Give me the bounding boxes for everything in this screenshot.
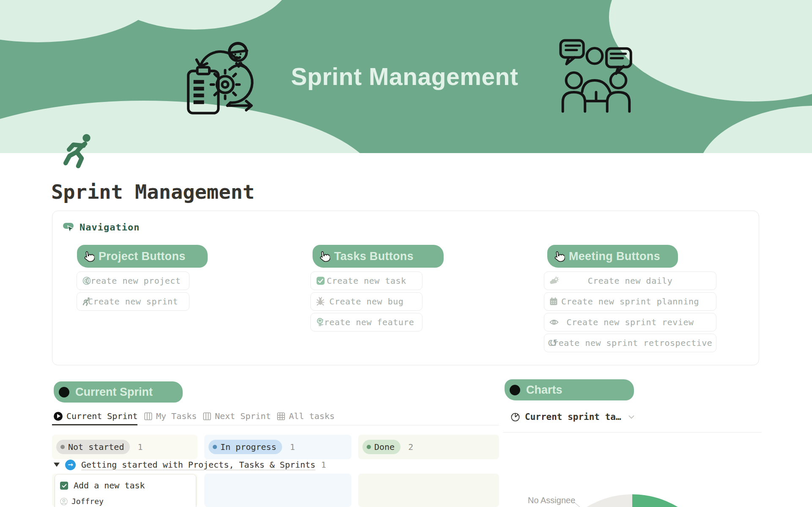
task-checkbox[interactable] — [60, 482, 68, 490]
board-column-in-progress: In progress 1 — [204, 435, 351, 459]
tab-next-sprint[interactable]: Next Sprint — [203, 411, 271, 421]
status-dot — [367, 445, 371, 449]
sprint-management-page: Sprint Management Sprint Management — [0, 0, 812, 507]
cursor-click-icon — [63, 221, 74, 233]
project-buttons-pill[interactable]: Project Buttons — [77, 245, 208, 268]
tasks-buttons-pill[interactable]: Tasks Buttons — [313, 245, 444, 268]
tab-label: Next Sprint — [215, 411, 271, 421]
meeting-buttons-label: Meeting Buttons — [569, 250, 660, 263]
retro-arrow-icon: ↺ — [549, 338, 558, 348]
create-new-bug-button[interactable]: Create new bug — [310, 292, 422, 311]
active-tab-underline — [52, 424, 137, 425]
tab-all-tasks[interactable]: All tasks — [277, 411, 335, 421]
chart-label-leader-line — [573, 502, 589, 507]
create-new-task-button[interactable]: Create new task — [310, 271, 422, 290]
banner-title: Sprint Management — [291, 63, 518, 90]
task-title: Add a new task — [74, 480, 145, 491]
status-chip-done[interactable]: Done — [362, 440, 401, 454]
charts-pill[interactable]: Charts — [505, 379, 634, 400]
meeting-illustration — [559, 39, 633, 113]
task-card[interactable]: Add a new task Joffrey — [55, 474, 196, 507]
sprint-arrow-icon: → — [65, 460, 76, 470]
status-label: Done — [374, 442, 395, 452]
chart-segment-label: No Assignee — [528, 496, 575, 505]
table-icon — [277, 412, 285, 420]
current-sprint-heading: Current Sprint — [75, 386, 153, 399]
tab-my-tasks[interactable]: My Tasks — [144, 411, 197, 421]
button-label: Create new task — [326, 276, 406, 286]
board-icon — [144, 412, 152, 420]
black-circle-icon — [59, 387, 69, 397]
runner-icon — [82, 297, 91, 306]
status-chip-not-started[interactable]: Not started — [56, 440, 130, 454]
status-label: In progress — [220, 442, 276, 452]
button-label: Create new project — [85, 276, 181, 286]
sprint-group-count: 1 — [321, 460, 326, 470]
play-circle-icon — [54, 412, 63, 421]
tab-label: My Tasks — [156, 411, 197, 421]
charts-heading: Charts — [526, 384, 562, 397]
sprint-group-row[interactable]: → Getting started with Projects, Tasks &… — [54, 458, 326, 471]
status-chip-in-progress[interactable]: In progress — [208, 440, 282, 454]
chart-view-tab[interactable]: Current sprint ta… — [510, 412, 634, 422]
button-label: Create new sprint retrospective — [548, 338, 713, 348]
navigation-heading-label: Navigation — [80, 222, 140, 233]
status-label: Not started — [68, 442, 124, 452]
create-new-sprint-button[interactable]: Create new sprint — [77, 292, 189, 311]
column-count: 1 — [290, 442, 295, 452]
avatar-icon — [60, 498, 68, 505]
current-sprint-pill[interactable]: Current Sprint — [54, 381, 183, 403]
create-new-project-button[interactable]: Create new project — [77, 271, 189, 290]
tasks-buttons-label: Tasks Buttons — [334, 250, 414, 263]
column-count: 2 — [408, 442, 413, 452]
banner-blob — [609, 0, 812, 101]
create-new-daily-button[interactable]: Create new daily — [544, 271, 716, 290]
board-icon — [203, 412, 211, 420]
sun-cloud-icon — [549, 277, 559, 285]
tab-current-sprint[interactable]: Current Sprint — [54, 411, 138, 421]
navigation-heading: Navigation — [63, 221, 140, 233]
bug-icon — [316, 297, 325, 306]
sprint-group-title[interactable]: Getting started with Projects, Tasks & S… — [81, 460, 315, 470]
banner-blob — [698, 106, 812, 153]
runner-page-icon[interactable] — [62, 132, 95, 169]
charts-divider — [503, 432, 762, 433]
project-buttons-label: Project Buttons — [99, 250, 186, 263]
task-assignee: Joffrey — [60, 497, 104, 506]
column-count: 1 — [137, 442, 143, 452]
status-dot — [60, 445, 65, 449]
checkbox-icon — [316, 276, 325, 285]
button-label: Create new feature — [319, 317, 414, 327]
status-dot — [213, 445, 217, 449]
button-label: Create new sprint — [88, 296, 178, 307]
sprint-cycle-illustration — [185, 37, 261, 118]
button-label: Create new daily — [588, 276, 673, 286]
hand-pointer-icon — [82, 249, 95, 263]
target-icon — [82, 276, 91, 285]
chevron-down-icon[interactable] — [628, 415, 634, 419]
board-column-done: Done 2 — [358, 435, 499, 459]
hand-pointer-icon — [552, 249, 565, 263]
create-new-sprint-review-button[interactable]: Create new sprint review — [544, 313, 716, 332]
card-area-in-progress — [204, 474, 351, 507]
pie-chart-icon — [510, 412, 520, 422]
board-column-not-started: Not started 1 — [52, 435, 198, 459]
tab-label: Current Sprint — [66, 411, 138, 421]
chart-view-tab-label: Current sprint ta… — [525, 412, 621, 422]
button-label: Create new sprint review — [567, 317, 694, 327]
page-title: Sprint Management — [51, 180, 255, 203]
bulb-icon — [316, 318, 324, 327]
page-cover-banner[interactable]: Sprint Management — [0, 0, 812, 153]
create-new-sprint-retrospective-button[interactable]: ↺ Create new sprint retrospective — [544, 334, 716, 352]
create-new-sprint-planning-button[interactable]: Create new sprint planning — [544, 292, 716, 311]
create-new-feature-button[interactable]: Create new feature — [310, 313, 422, 332]
collapse-triangle-icon[interactable] — [54, 463, 60, 467]
button-label: Create new bug — [329, 296, 404, 307]
button-label: Create new sprint planning — [561, 296, 699, 307]
navigation-card: Navigation Project Buttons Tasks Buttons… — [52, 211, 759, 365]
eye-icon — [549, 319, 559, 326]
assignee-name: Joffrey — [71, 497, 104, 506]
hand-pointer-icon — [318, 249, 331, 263]
card-area-done — [358, 474, 499, 507]
meeting-buttons-pill[interactable]: Meeting Buttons — [547, 245, 678, 268]
